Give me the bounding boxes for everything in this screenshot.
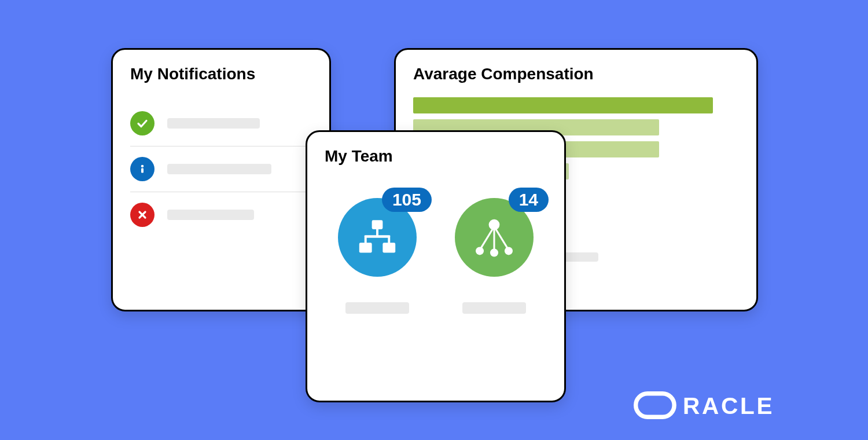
notification-item[interactable]: [130, 146, 312, 192]
count-badge: 105: [382, 188, 432, 212]
team-card: My Team 105: [306, 130, 566, 402]
svg-line-9: [494, 226, 509, 250]
notification-item[interactable]: [130, 101, 312, 146]
network-icon: 14: [455, 198, 534, 277]
svg-point-10: [489, 219, 500, 230]
team-item-network[interactable]: 14: [442, 186, 546, 314]
oracle-logo: RACLE: [634, 391, 837, 419]
compensation-title: Avarage Compensation: [396, 50, 756, 94]
chart-bar: [413, 97, 713, 113]
org-chart-icon: 105: [338, 198, 417, 277]
svg-rect-5: [359, 243, 372, 252]
team-items: 105 14: [307, 176, 564, 314]
skeleton-line: [167, 118, 260, 129]
skeleton-line: [167, 210, 254, 220]
svg-point-13: [505, 247, 513, 255]
svg-rect-14: [636, 394, 674, 417]
x-circle-icon: [130, 203, 155, 227]
check-circle-icon: [130, 111, 155, 135]
svg-point-0: [141, 165, 144, 168]
notifications-list: [113, 94, 329, 237]
svg-rect-4: [372, 220, 383, 229]
svg-point-11: [476, 247, 484, 255]
skeleton-line: [167, 164, 271, 174]
notifications-card: My Notifications: [111, 48, 331, 311]
team-title: My Team: [307, 132, 564, 176]
skeleton-line: [345, 302, 409, 314]
skeleton-line: [462, 302, 526, 314]
count-badge: 14: [509, 188, 549, 212]
info-circle-icon: [130, 157, 155, 181]
svg-line-7: [480, 226, 494, 250]
notification-item[interactable]: [130, 192, 312, 237]
svg-text:RACLE: RACLE: [683, 393, 774, 419]
notifications-title: My Notifications: [113, 50, 329, 94]
svg-point-12: [490, 249, 498, 257]
svg-rect-6: [382, 243, 395, 252]
team-item-org-chart[interactable]: 105: [325, 186, 429, 314]
svg-rect-1: [141, 168, 144, 173]
